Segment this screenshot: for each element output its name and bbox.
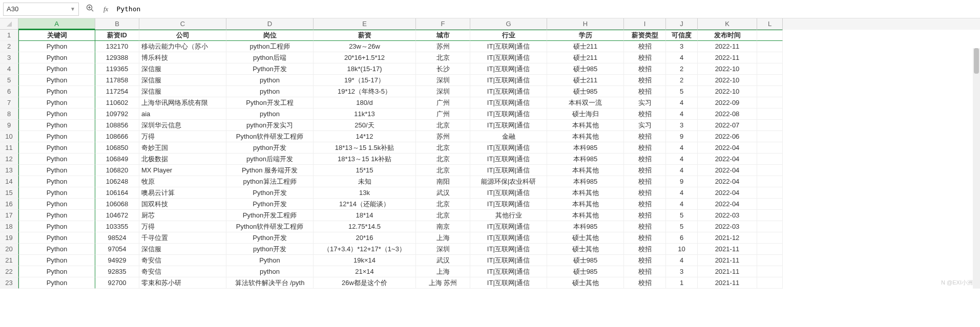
cell[interactable]: 硕士985 — [547, 255, 624, 266]
cell[interactable]: 万得 — [139, 131, 226, 142]
cell[interactable]: IT|互联网|通信 — [470, 165, 547, 176]
cell[interactable]: 校招 — [624, 41, 666, 52]
header-cell[interactable]: 薪资ID — [95, 30, 139, 41]
cell[interactable]: 108666 — [95, 131, 139, 142]
cell[interactable]: python开发 — [226, 244, 314, 255]
cell[interactable]: IT|互联网|通信 — [470, 142, 547, 154]
cell[interactable]: 2022-04 — [698, 187, 757, 199]
select-all-corner[interactable] — [0, 18, 18, 30]
cell[interactable]: 移动云能力中心（苏小 — [139, 41, 226, 52]
cell[interactable]: 4 — [666, 199, 698, 210]
cell[interactable]: 上海 — [416, 266, 470, 277]
cell[interactable]: 250/天 — [314, 120, 416, 131]
cell[interactable]: python工程师 — [226, 41, 314, 52]
cell[interactable]: 110602 — [95, 97, 139, 108]
header-cell[interactable]: 行业 — [470, 30, 547, 41]
cell[interactable]: 2022-11 — [698, 41, 757, 52]
cell[interactable] — [757, 63, 783, 75]
cell[interactable] — [757, 131, 783, 142]
row-header[interactable]: 15 — [0, 187, 18, 199]
cell[interactable]: IT|互联网|通信 — [470, 244, 547, 255]
cell[interactable]: 2022-04 — [698, 165, 757, 176]
cell[interactable]: 北京 — [416, 210, 470, 221]
row-header[interactable]: 21 — [0, 255, 18, 266]
cell[interactable] — [757, 266, 783, 277]
row-header[interactable]: 14 — [0, 176, 18, 187]
cell[interactable]: 18*13～15 1k补贴 — [314, 154, 416, 165]
cell[interactable] — [757, 221, 783, 232]
cell[interactable]: 奇妙王国 — [139, 142, 226, 154]
col-header-e[interactable]: E — [314, 18, 416, 30]
header-cell[interactable]: 薪资类型 — [624, 30, 666, 41]
cell[interactable]: 校招 — [624, 255, 666, 266]
cell[interactable]: 校招 — [624, 142, 666, 154]
header-cell[interactable]: 岗位 — [226, 30, 314, 41]
cell[interactable]: IT|互联网|通信 — [470, 86, 547, 97]
cell[interactable]: 5 — [666, 221, 698, 232]
cell[interactable] — [757, 142, 783, 154]
cell[interactable]: Python — [18, 255, 95, 266]
row-header[interactable]: 7 — [0, 97, 18, 108]
cell[interactable]: 硕士其他 — [547, 277, 624, 289]
cell[interactable]: IT|互联网|通信 — [470, 41, 547, 52]
cell[interactable]: 深圳华云信息 — [139, 120, 226, 131]
cell[interactable]: 10 — [666, 244, 698, 255]
cell[interactable]: 2021-11 — [698, 255, 757, 266]
cell[interactable]: 26w都是这个价 — [314, 277, 416, 289]
cell[interactable]: 校招 — [624, 63, 666, 75]
cell[interactable]: 12*14（还能谈） — [314, 199, 416, 210]
cell[interactable]: python — [226, 266, 314, 277]
cell[interactable]: MX Player — [139, 165, 226, 176]
cell[interactable]: 119365 — [95, 63, 139, 75]
cell[interactable] — [757, 277, 783, 289]
cell[interactable]: IT|互联网|通信 — [470, 221, 547, 232]
cell[interactable]: 19*（15-17） — [314, 75, 416, 86]
cell[interactable]: 18k*(15-17) — [314, 63, 416, 75]
cell[interactable]: 2 — [666, 63, 698, 75]
col-header-i[interactable]: I — [624, 18, 666, 30]
cell[interactable] — [757, 41, 783, 52]
cell[interactable]: 校招 — [624, 86, 666, 97]
row-header[interactable]: 16 — [0, 199, 18, 210]
cell[interactable]: python后端 — [226, 52, 314, 63]
cell[interactable]: 未知 — [314, 176, 416, 187]
cell[interactable] — [757, 187, 783, 199]
row-header[interactable]: 20 — [0, 244, 18, 255]
cell[interactable]: IT|互联网|通信 — [470, 120, 547, 131]
cell[interactable]: 9 — [666, 131, 698, 142]
row-header[interactable]: 9 — [0, 120, 18, 131]
cell[interactable]: 98524 — [95, 232, 139, 244]
cell[interactable]: 南京 — [416, 221, 470, 232]
cell[interactable]: Python — [18, 221, 95, 232]
cell[interactable]: 北京 — [416, 120, 470, 131]
cell[interactable]: Python开发工程师 — [226, 210, 314, 221]
cell[interactable]: Python开发 — [226, 187, 314, 199]
row-header-1[interactable]: 1 — [0, 30, 18, 41]
row-header[interactable]: 6 — [0, 86, 18, 97]
cell[interactable] — [757, 232, 783, 244]
cell[interactable]: 牧原 — [139, 176, 226, 187]
cell[interactable]: 广州 — [416, 108, 470, 120]
cell-reference-box[interactable]: A30 ▼ — [3, 3, 79, 16]
header-cell[interactable] — [757, 30, 783, 41]
cell[interactable]: 其他行业 — [470, 210, 547, 221]
cell[interactable]: 5 — [666, 210, 698, 221]
cell[interactable]: 本科985 — [547, 176, 624, 187]
header-cell[interactable]: 关键词 — [18, 30, 95, 41]
cell[interactable]: 13k — [314, 187, 416, 199]
cell[interactable]: 106248 — [95, 176, 139, 187]
cell[interactable] — [757, 86, 783, 97]
row-header[interactable]: 11 — [0, 142, 18, 154]
header-cell[interactable]: 城市 — [416, 30, 470, 41]
cell[interactable] — [757, 75, 783, 86]
cell[interactable]: 2 — [666, 75, 698, 86]
cell[interactable]: 20*16+1.5*12 — [314, 52, 416, 63]
cell[interactable]: IT|互联网|通信 — [470, 187, 547, 199]
cell[interactable]: 2022-04 — [698, 142, 757, 154]
cell[interactable]: 校招 — [624, 187, 666, 199]
cell[interactable]: IT|互联网|通信 — [470, 154, 547, 165]
cell[interactable]: 23w～26w — [314, 41, 416, 52]
cell[interactable]: 实习 — [624, 97, 666, 108]
cell[interactable]: Python — [18, 142, 95, 154]
cell[interactable]: Python — [226, 255, 314, 266]
